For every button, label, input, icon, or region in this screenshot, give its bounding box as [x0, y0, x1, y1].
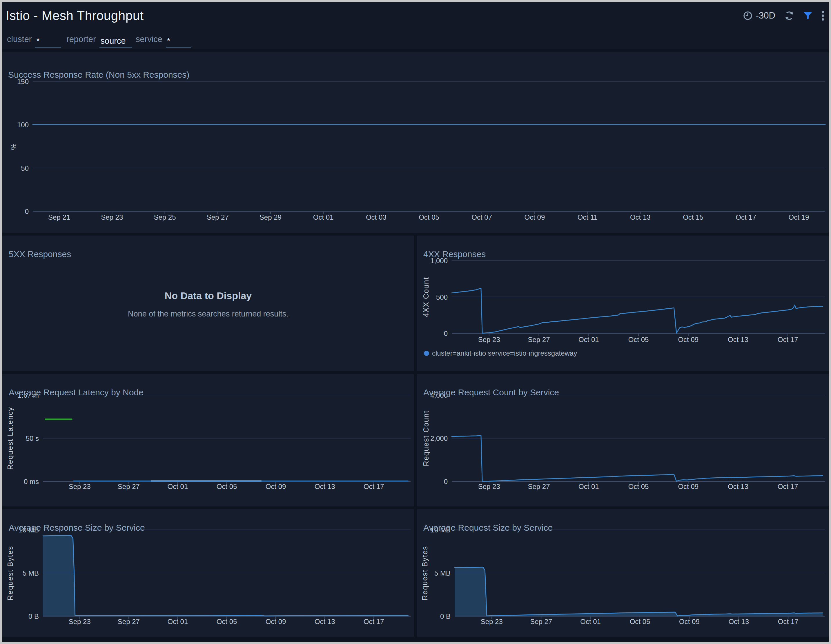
svg-text:Oct 01: Oct 01 — [578, 483, 599, 490]
svg-text:0: 0 — [444, 478, 448, 485]
time-range-control[interactable]: -30D — [743, 10, 775, 21]
svg-text:Sep 23: Sep 23 — [101, 213, 123, 221]
svg-text:Sep 23: Sep 23 — [69, 618, 91, 625]
no-data-subtitle: None of the metrics searches returned re… — [2, 310, 414, 318]
svg-text:Oct 05: Oct 05 — [217, 618, 237, 625]
svg-text:50: 50 — [21, 164, 29, 172]
svg-text:Sep 25: Sep 25 — [154, 213, 176, 221]
svg-text:Oct 01: Oct 01 — [578, 336, 599, 343]
dashboard-frame: Istio - Mesh Throughput -30D — [2, 2, 829, 642]
svg-text:500: 500 — [436, 293, 448, 301]
svg-text:Sep 23: Sep 23 — [478, 336, 500, 343]
svg-text:Sep 21: Sep 21 — [48, 213, 70, 221]
svg-text:Oct 17: Oct 17 — [364, 483, 384, 490]
svg-text:Oct 17: Oct 17 — [778, 483, 798, 490]
dashboard-screen: { "header": { "title": "Istio - Mesh Thr… — [0, 0, 831, 644]
svg-text:Oct 09: Oct 09 — [678, 336, 699, 343]
panel-avg-request-count: Average Request Count by Service 02,0004… — [417, 374, 829, 506]
svg-text:2,000: 2,000 — [430, 434, 448, 442]
svg-text:Oct 13: Oct 13 — [728, 336, 748, 343]
panel-avg-request-latency: Average Request Latency by Node 0 ms50 s… — [2, 374, 414, 506]
panel-5xx-responses: 5XX Responses No Data to Display None of… — [2, 235, 414, 371]
svg-text:Oct 13: Oct 13 — [728, 483, 748, 490]
filter-cluster-label: cluster — [7, 35, 32, 44]
panel-grid: Success Response Rate (Non 5xx Responses… — [2, 49, 829, 637]
svg-text:Request Count: Request Count — [422, 410, 430, 466]
svg-text:Oct 05: Oct 05 — [630, 618, 650, 625]
svg-text:Oct 17: Oct 17 — [735, 213, 756, 221]
svg-text:Oct 09: Oct 09 — [266, 483, 286, 490]
filter-service-label: service — [136, 35, 162, 44]
refresh-icon[interactable] — [784, 10, 794, 21]
panel-avg-request-size: Average Request Size by Service 0 B5 MB1… — [417, 509, 829, 637]
svg-text:Request Bytes: Request Bytes — [6, 546, 14, 601]
filter-reporter-label: reporter — [67, 35, 96, 44]
svg-text:Sep 23: Sep 23 — [481, 618, 503, 625]
svg-text:cluster=ankit-istio service=is: cluster=ankit-istio service=istio-ingres… — [432, 349, 577, 357]
filter-cluster: cluster * — [7, 29, 61, 49]
panel-title: Average Request Latency by Node — [9, 388, 143, 398]
svg-text:0 ms: 0 ms — [24, 478, 39, 485]
filter-cluster-value[interactable]: * — [35, 35, 61, 48]
svg-text:0 B: 0 B — [29, 612, 39, 620]
no-data-message: No Data to Display None of the metrics s… — [2, 290, 414, 318]
panel-title: Average Request Size by Service — [423, 523, 552, 533]
panel-title: 4XX Responses — [423, 249, 486, 259]
svg-text:Sep 29: Sep 29 — [259, 213, 282, 221]
svg-text:Oct 09: Oct 09 — [525, 213, 545, 221]
page-title: Istio - Mesh Throughput — [6, 8, 143, 23]
filter-reporter-value[interactable]: source — [99, 35, 132, 48]
filter-service: service * — [136, 29, 191, 49]
filter-service-value[interactable]: * — [166, 35, 191, 48]
time-range-value[interactable]: -30D — [756, 10, 775, 21]
filter-icon[interactable] — [803, 11, 812, 20]
svg-text:Oct 09: Oct 09 — [266, 618, 286, 625]
panel-success-response-rate: Success Response Rate (Non 5xx Responses… — [2, 52, 829, 233]
clock-icon[interactable] — [743, 10, 753, 21]
svg-text:Oct 11: Oct 11 — [578, 213, 598, 221]
svg-text:Oct 13: Oct 13 — [315, 618, 335, 625]
svg-text:Sep 27: Sep 27 — [207, 213, 229, 221]
header-actions: -30D — [743, 10, 829, 21]
kebab-menu-icon[interactable] — [821, 10, 825, 21]
svg-text:Oct 03: Oct 03 — [366, 213, 387, 221]
svg-text:0 B: 0 B — [440, 612, 451, 620]
filter-bar: cluster * reporter source service * — [2, 29, 829, 49]
svg-text:Oct 07: Oct 07 — [471, 213, 492, 221]
panel-title: Success Response Rate (Non 5xx Responses… — [8, 70, 189, 80]
svg-text:Oct 17: Oct 17 — [364, 618, 384, 625]
svg-text:Sep 27: Sep 27 — [118, 483, 140, 490]
svg-text:Oct 13: Oct 13 — [630, 213, 651, 221]
svg-text:Sep 23: Sep 23 — [478, 483, 500, 490]
svg-text:Sep 27: Sep 27 — [528, 336, 550, 343]
svg-text:Sep 27: Sep 27 — [118, 618, 140, 625]
svg-text:100: 100 — [17, 121, 29, 129]
dashboard-header: Istio - Mesh Throughput -30D — [2, 2, 829, 29]
svg-text:%: % — [10, 143, 18, 150]
svg-text:0: 0 — [25, 208, 29, 215]
svg-text:Sep 23: Sep 23 — [69, 483, 91, 490]
svg-text:Oct 05: Oct 05 — [628, 483, 649, 490]
svg-text:4XX Count: 4XX Count — [422, 277, 430, 317]
svg-text:50 s: 50 s — [26, 434, 39, 442]
panel-title: Average Request Count by Service — [423, 388, 559, 398]
svg-text:Oct 15: Oct 15 — [683, 213, 704, 221]
svg-text:Oct 17: Oct 17 — [778, 618, 799, 625]
svg-text:Oct 13: Oct 13 — [315, 483, 335, 490]
svg-text:Oct 01: Oct 01 — [580, 618, 601, 625]
panel-avg-response-size: Average Response Size by Service 0 B5 MB… — [2, 509, 414, 637]
svg-text:Oct 19: Oct 19 — [789, 213, 809, 221]
svg-text:Oct 01: Oct 01 — [313, 213, 334, 221]
svg-text:Sep 27: Sep 27 — [530, 618, 552, 625]
svg-text:Oct 17: Oct 17 — [778, 336, 798, 343]
svg-text:5 MB: 5 MB — [22, 569, 39, 577]
panel-title: 5XX Responses — [9, 249, 71, 259]
svg-text:Oct 09: Oct 09 — [679, 618, 700, 625]
svg-text:Sep 27: Sep 27 — [528, 483, 550, 490]
svg-text:Request Latency: Request Latency — [6, 407, 14, 470]
svg-text:Oct 13: Oct 13 — [728, 618, 749, 625]
filter-reporter: reporter source — [67, 29, 132, 49]
svg-text:0: 0 — [444, 329, 448, 337]
svg-text:5 MB: 5 MB — [435, 569, 451, 577]
no-data-title: No Data to Display — [2, 290, 414, 301]
